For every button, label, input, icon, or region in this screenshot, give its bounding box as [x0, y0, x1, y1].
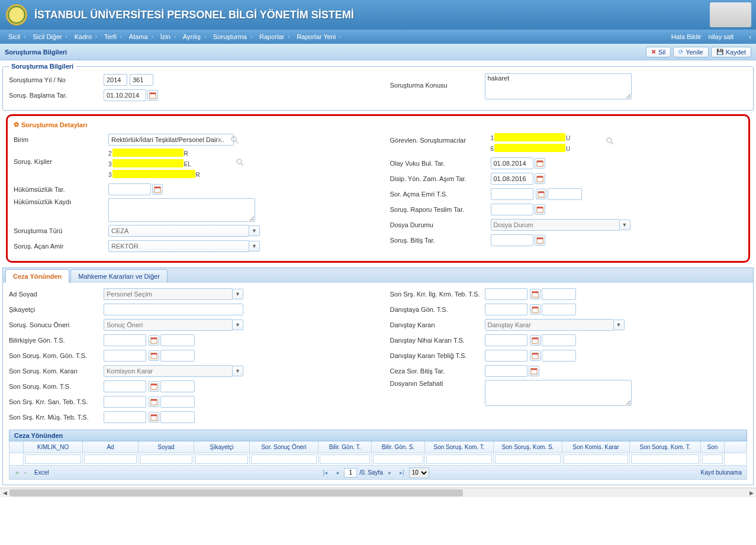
calendar-icon[interactable] [149, 350, 159, 361]
input-bitis-tar[interactable] [491, 234, 533, 246]
chevron-down-icon[interactable]: ▼ [614, 320, 625, 330]
input-son-srs-san-tar[interactable] [104, 396, 146, 408]
page-first-icon[interactable]: |◂ [320, 468, 330, 478]
filter-bilir-s[interactable] [373, 454, 423, 464]
clear-icon[interactable]: ✕ [217, 137, 222, 143]
search-icon[interactable] [606, 137, 614, 145]
menu-raporlar-yeni[interactable]: Raporlar Yeni› [293, 33, 345, 40]
search-icon[interactable] [230, 136, 239, 144]
input-danistay-teblig-tar[interactable] [485, 350, 527, 362]
input-konu[interactable]: hakaret [485, 73, 632, 99]
input-sor-acma-sayi[interactable] [548, 188, 582, 200]
grid-col-soyad[interactable]: Soyad [139, 441, 194, 453]
menu-sicil-diger[interactable]: Sicil Diğer› [29, 33, 71, 40]
delete-button[interactable]: ✖Sil [646, 47, 671, 57]
calendar-icon[interactable] [530, 350, 541, 361]
input-bilirkisiye-tar[interactable] [104, 334, 146, 346]
menu-hata-bildir[interactable]: Hata Bildir [668, 33, 705, 40]
input-danistay-gon-sayi[interactable] [542, 304, 576, 315]
grid-col-sskt2[interactable]: Son Soruş. Kom. T. [630, 441, 701, 453]
calendar-icon[interactable] [530, 289, 541, 299]
select-komisyon-karar[interactable] [104, 365, 233, 377]
menu-izin[interactable]: İzin› [157, 33, 179, 40]
input-sor-acma-tar[interactable] [491, 188, 533, 200]
delete-icon[interactable]: － [22, 469, 28, 477]
grid-col-son[interactable]: Son [701, 441, 725, 453]
calendar-icon[interactable] [149, 396, 159, 407]
input-ceza-bitis[interactable] [485, 365, 527, 377]
select-danistay-karar[interactable] [485, 319, 614, 331]
input-son-sorus-gon-sayi[interactable] [160, 350, 195, 362]
grid-col-bilir-t[interactable]: Bilir. Gön. T. [319, 441, 372, 453]
menu-atama[interactable]: Atama› [126, 33, 157, 40]
calendar-icon[interactable] [149, 381, 159, 392]
chevron-down-icon[interactable]: ▼ [233, 366, 243, 376]
input-son-srs-mus-tar[interactable] [104, 411, 146, 423]
select-amir[interactable] [108, 240, 249, 252]
input-son-sorus-gon-tar[interactable] [104, 350, 146, 362]
save-button[interactable]: 💾Kaydet [711, 47, 751, 57]
input-hukumsuzluk-kaydi[interactable] [108, 198, 255, 222]
calendar-icon[interactable] [530, 304, 541, 315]
input-sikayetci[interactable] [104, 304, 243, 315]
grid-col-ssks[interactable]: Son Soruş. Kom. S. [494, 441, 562, 453]
input-son-sorus-kom-tar[interactable] [104, 380, 146, 392]
input-olay-tar[interactable] [491, 157, 533, 169]
page-prev-icon[interactable]: ◂ [332, 468, 342, 478]
calendar-icon[interactable] [535, 235, 545, 246]
filter-bilir-t[interactable] [320, 454, 370, 464]
tab-mahkeme[interactable]: Mahkeme Kararları ve Diğer [70, 269, 168, 283]
input-hukumsuzluk-tar[interactable] [108, 183, 151, 195]
input-son-sorus-kom-sayi[interactable] [160, 380, 195, 392]
chevron-down-icon[interactable]: ▼ [249, 225, 260, 236]
page-last-icon[interactable]: ▸| [397, 468, 407, 478]
menu-raporlar[interactable]: Raporlar› [256, 33, 293, 40]
scroll-right-icon[interactable]: ▶ [747, 488, 756, 497]
calendar-icon[interactable] [536, 189, 546, 199]
grid-col-ad[interactable]: Ad [83, 441, 139, 453]
select-turu[interactable] [108, 225, 249, 237]
input-son-srs-san-sayi[interactable] [160, 396, 195, 408]
select-adsoyad[interactable] [104, 288, 233, 300]
select-sonuc-oneri[interactable] [104, 319, 233, 331]
menu-ayrilis[interactable]: Ayrılış› [179, 33, 210, 40]
chevron-down-icon[interactable]: ▼ [620, 220, 630, 230]
grid-col-skk[interactable]: Son Komis. Karar [562, 441, 630, 453]
input-danistay-nihai-sayi[interactable] [542, 334, 576, 346]
input-no[interactable] [130, 74, 153, 86]
page-size-select[interactable]: 10 [409, 467, 429, 478]
input-dosya-sefahati[interactable] [485, 380, 632, 406]
chevron-down-icon[interactable]: ▼ [233, 320, 243, 330]
horizontal-scrollbar[interactable]: ◀ ▶ [0, 488, 756, 497]
filter-ad[interactable] [84, 454, 137, 464]
add-icon[interactable]: ＋ [14, 469, 20, 477]
chevron-down-icon[interactable]: ▼ [233, 289, 243, 299]
input-yil[interactable] [104, 74, 127, 86]
calendar-icon[interactable] [529, 366, 539, 376]
grid-col-checkbox[interactable] [9, 441, 24, 453]
search-icon[interactable] [236, 158, 244, 166]
input-son-srs-ilg-sayi[interactable] [542, 288, 576, 300]
filter-son[interactable] [702, 454, 723, 464]
filter-sikayetci[interactable] [195, 454, 248, 464]
calendar-icon[interactable] [535, 158, 545, 169]
grid-col-sonuc[interactable]: Sor. Sonuç Öneri [250, 441, 319, 453]
chevron-down-icon[interactable]: ▼ [249, 241, 260, 251]
input-danistay-gon-tar[interactable] [485, 304, 527, 315]
calendar-icon[interactable] [535, 204, 545, 215]
calendar-icon[interactable] [535, 173, 545, 184]
grid-col-bilir-s[interactable]: Bilir. Gön. S. [372, 441, 425, 453]
input-son-srs-mus-sayi[interactable] [160, 411, 195, 423]
excel-button[interactable]: Excel [34, 469, 49, 476]
scroll-left-icon[interactable]: ◀ [0, 488, 9, 497]
calendar-icon[interactable] [147, 90, 158, 101]
filter-sonuc[interactable] [251, 454, 317, 464]
tab-ceza[interactable]: Ceza Yönünden [5, 269, 69, 283]
calendar-icon[interactable] [149, 412, 159, 423]
filter-sskt[interactable] [426, 454, 492, 464]
input-danistay-teblig-sayi[interactable] [542, 350, 576, 362]
filter-sskt2[interactable] [631, 454, 699, 464]
menu-sorusturma[interactable]: Soruşturma› [210, 33, 256, 40]
filter-ssks[interactable] [495, 454, 561, 464]
filter-kimlik[interactable] [25, 454, 81, 464]
